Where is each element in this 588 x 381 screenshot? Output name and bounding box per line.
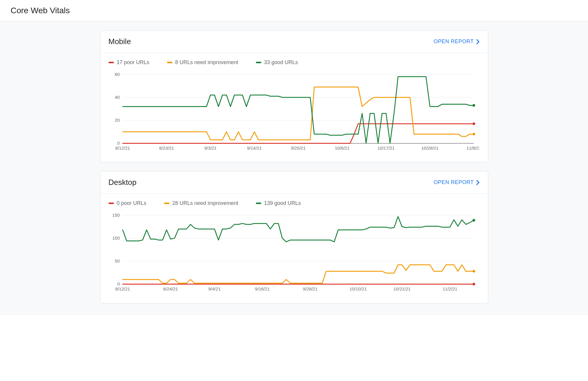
swatch-poor (109, 203, 114, 204)
svg-text:8/24/21: 8/24/21 (163, 287, 178, 292)
card-header-desktop: Desktop OPEN REPORT (100, 171, 488, 193)
svg-point-37 (472, 270, 475, 273)
svg-point-19 (472, 104, 475, 107)
svg-text:50: 50 (115, 259, 120, 264)
open-report-button-mobile[interactable]: OPEN REPORT (434, 39, 479, 45)
card-title-desktop: Desktop (109, 178, 136, 187)
svg-text:10/6/21: 10/6/21 (335, 146, 349, 151)
svg-text:9/16/21: 9/16/21 (255, 287, 269, 292)
card-title-mobile: Mobile (109, 37, 131, 46)
svg-point-38 (472, 219, 475, 222)
swatch-improve (167, 62, 172, 63)
svg-text:10/21/21: 10/21/21 (393, 287, 410, 292)
legend-label-improve: 28 URLs need improvement (172, 200, 238, 206)
svg-point-36 (472, 283, 475, 285)
svg-text:150: 150 (112, 213, 120, 218)
page-title: Core Web Vitals (11, 6, 577, 15)
chart-desktop: 0501001508/12/218/24/219/4/219/16/219/28… (100, 209, 488, 303)
card-header-mobile: Mobile OPEN REPORT (100, 31, 488, 53)
legend-mobile: 17 poor URLs 8 URLs need improvement 33 … (100, 53, 488, 68)
page-header: Core Web Vitals (0, 0, 588, 21)
legend-item-good: 33 good URLs (256, 59, 298, 66)
legend-item-poor: 17 poor URLs (109, 59, 149, 66)
content-area: Mobile OPEN REPORT 17 poor URLs 8 URLs n… (0, 21, 588, 315)
chart-svg-mobile: 02040608/12/218/23/219/3/219/14/219/25/2… (109, 71, 480, 154)
chevron-right-icon (476, 39, 480, 44)
svg-text:9/3/21: 9/3/21 (204, 146, 216, 151)
legend-label-poor: 17 poor URLs (117, 59, 149, 66)
svg-text:0: 0 (117, 282, 119, 287)
swatch-improve (164, 203, 169, 204)
legend-item-good: 139 good URLs (256, 200, 301, 206)
svg-text:10/28/21: 10/28/21 (421, 146, 438, 151)
card-desktop: Desktop OPEN REPORT 0 poor URLs 28 URLs … (100, 171, 488, 303)
svg-text:9/4/21: 9/4/21 (208, 287, 221, 292)
svg-text:8/23/21: 8/23/21 (159, 146, 174, 151)
svg-text:40: 40 (115, 95, 120, 100)
svg-text:100: 100 (112, 236, 120, 241)
svg-text:0: 0 (117, 141, 119, 146)
swatch-good (256, 62, 261, 63)
svg-text:11/8/21: 11/8/21 (466, 146, 479, 151)
legend-item-poor: 0 poor URLs (109, 200, 146, 206)
svg-text:60: 60 (115, 72, 120, 77)
legend-label-poor: 0 poor URLs (117, 200, 146, 206)
svg-text:9/25/21: 9/25/21 (291, 146, 305, 151)
svg-text:11/2/21: 11/2/21 (442, 287, 457, 292)
svg-text:9/14/21: 9/14/21 (247, 146, 261, 151)
open-report-button-desktop[interactable]: OPEN REPORT (434, 179, 479, 186)
legend-label-improve: 8 URLs need improvement (175, 59, 238, 66)
open-report-label: OPEN REPORT (434, 179, 474, 186)
open-report-label: OPEN REPORT (434, 39, 474, 45)
swatch-good (256, 203, 261, 204)
svg-text:8/12/21: 8/12/21 (115, 146, 130, 151)
legend-item-improve: 28 URLs need improvement (164, 200, 238, 206)
svg-text:10/10/21: 10/10/21 (349, 287, 367, 292)
swatch-poor (109, 62, 114, 63)
svg-text:9/28/21: 9/28/21 (303, 287, 317, 292)
legend-label-good: 33 good URLs (264, 59, 298, 66)
chevron-right-icon (476, 180, 480, 185)
svg-text:10/17/21: 10/17/21 (377, 146, 394, 151)
svg-point-18 (472, 133, 475, 136)
legend-label-good: 139 good URLs (264, 200, 301, 206)
svg-text:20: 20 (115, 118, 120, 123)
chart-mobile: 02040608/12/218/23/219/3/219/14/219/25/2… (100, 68, 488, 162)
legend-item-improve: 8 URLs need improvement (167, 59, 238, 66)
svg-text:8/12/21: 8/12/21 (115, 287, 130, 292)
chart-svg-desktop: 0501001508/12/218/24/219/4/219/16/219/28… (109, 212, 480, 295)
legend-desktop: 0 poor URLs 28 URLs need improvement 139… (100, 194, 488, 209)
svg-point-17 (472, 122, 475, 125)
card-mobile: Mobile OPEN REPORT 17 poor URLs 8 URLs n… (100, 30, 488, 162)
